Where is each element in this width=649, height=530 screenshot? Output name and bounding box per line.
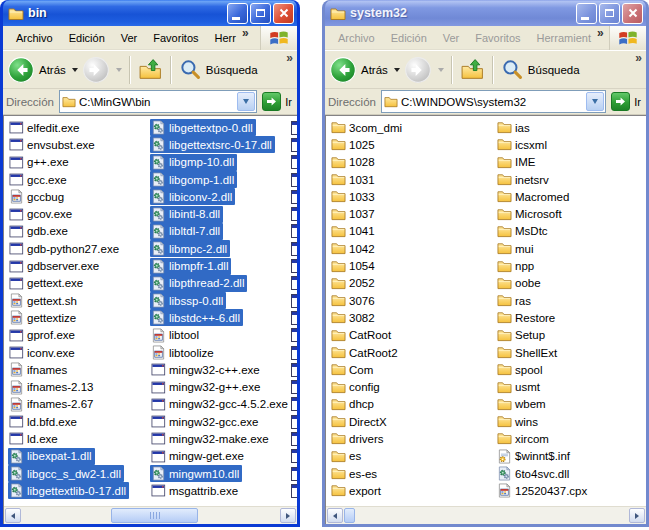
file-item[interactable]: gcov.exe (8, 205, 150, 222)
file-item[interactable]: mingw32-g++.exe (150, 378, 290, 395)
close-button[interactable] (622, 3, 643, 24)
menu-ver[interactable]: Ver (435, 32, 468, 44)
horizontal-scrollbar[interactable] (4, 506, 297, 524)
file-item[interactable]: libtool (150, 327, 290, 344)
file-item[interactable]: libexpat-1.dll (8, 448, 150, 465)
clipped-file-icon[interactable] (291, 223, 297, 240)
file-item[interactable]: 1028 (330, 154, 496, 171)
file-item[interactable]: libintl-8.dll (150, 205, 290, 222)
clipped-file-icon[interactable] (291, 413, 297, 430)
clipped-file-icon[interactable] (291, 465, 297, 482)
file-item[interactable]: libgettextlib-0-17.dll (8, 482, 150, 499)
scroll-left-button[interactable] (327, 508, 343, 523)
clipped-file-icon[interactable] (291, 430, 297, 447)
file-item[interactable]: ifnames (8, 361, 150, 378)
clipped-file-icon[interactable] (291, 396, 297, 413)
menu-favoritos[interactable]: Favoritos (467, 32, 528, 44)
menu-edicion[interactable]: Edición (383, 32, 435, 44)
titlebar[interactable]: system32 (325, 0, 646, 26)
file-item[interactable]: 1041 (330, 223, 496, 240)
minimize-button[interactable] (576, 3, 597, 24)
file-item[interactable]: inetsrv (496, 171, 646, 188)
file-item[interactable]: msgattrib.exe (150, 482, 290, 499)
menu-edicion[interactable]: Edición (61, 32, 113, 44)
file-item[interactable]: es (330, 448, 496, 465)
clipped-file-icon[interactable] (291, 119, 297, 136)
file-item[interactable]: envsubst.exe (8, 136, 150, 153)
file-item[interactable]: gcc.exe (8, 171, 150, 188)
file-item[interactable]: mui (496, 240, 646, 257)
file-item[interactable]: 1042 (330, 240, 496, 257)
file-item[interactable]: npp (496, 257, 646, 274)
clipped-file-icon[interactable] (291, 309, 297, 326)
up-button[interactable] (460, 57, 485, 82)
file-item[interactable]: icsxml (496, 136, 646, 153)
file-item[interactable]: libgcc_s_dw2-1.dll (8, 465, 150, 482)
maximize-button[interactable] (599, 3, 620, 24)
file-item[interactable]: 12520437.cpx (496, 482, 646, 499)
search-button[interactable]: Búsqueda (501, 58, 580, 81)
file-item[interactable]: 1033 (330, 188, 496, 205)
file-item[interactable]: es-es (330, 465, 496, 482)
clipped-file-icon[interactable] (291, 482, 297, 499)
toolbar-overflow-chevron[interactable]: » (635, 51, 642, 65)
back-button[interactable]: Atrás (7, 56, 78, 84)
scrollbar-thumb[interactable] (111, 508, 198, 523)
clipped-file-icon[interactable] (291, 275, 297, 292)
forward-button[interactable] (82, 56, 122, 84)
scroll-left-button[interactable] (5, 508, 21, 523)
file-item[interactable]: IME (496, 154, 646, 171)
file-item[interactable]: ld.bfd.exe (8, 413, 150, 430)
file-item[interactable]: gdbserver.exe (8, 257, 150, 274)
file-item[interactable]: libssp-0.dll (150, 292, 290, 309)
file-item[interactable]: mingw32-gcc.exe (150, 413, 290, 430)
address-dropdown-button[interactable] (237, 92, 255, 111)
file-item[interactable]: MsDtc (496, 223, 646, 240)
clipped-file-icon[interactable] (291, 240, 297, 257)
file-item[interactable]: gettext.sh (8, 292, 150, 309)
clipped-file-icon[interactable] (291, 344, 297, 361)
search-button[interactable]: Búsqueda (179, 58, 258, 81)
address-input[interactable]: C:\MinGW\bin (59, 90, 257, 113)
clipped-file-icon[interactable] (291, 378, 297, 395)
clipped-file-icon[interactable] (291, 171, 297, 188)
file-item[interactable]: mingw-get.exe (150, 448, 290, 465)
clipped-file-icon[interactable] (291, 136, 297, 153)
menu-herramientas[interactable]: Herramient (529, 32, 599, 44)
menu-overflow-chevron[interactable]: » (242, 26, 249, 40)
file-item[interactable]: gprof.exe (8, 327, 150, 344)
back-dropdown-caret[interactable] (72, 68, 78, 72)
clipped-file-icon[interactable] (291, 154, 297, 171)
file-item[interactable]: 1031 (330, 171, 496, 188)
clipped-file-icon[interactable] (291, 205, 297, 222)
close-button[interactable] (273, 3, 294, 24)
clipped-file-icon[interactable] (291, 188, 297, 205)
forward-button[interactable] (404, 56, 444, 84)
menu-archivo[interactable]: Archivo (8, 32, 61, 44)
file-item[interactable]: 3076 (330, 292, 496, 309)
file-item[interactable]: gdb-python27.exe (8, 240, 150, 257)
file-item[interactable]: libmpc-2.dll (150, 240, 290, 257)
file-item[interactable]: libgettextpo-0.dll (150, 119, 290, 136)
file-item[interactable]: 2052 (330, 275, 496, 292)
menu-overflow-chevron[interactable]: » (597, 26, 604, 40)
back-dropdown-caret[interactable] (394, 68, 400, 72)
file-item[interactable]: 1037 (330, 205, 496, 222)
clipped-file-icon[interactable] (291, 292, 297, 309)
address-input[interactable]: C:\WINDOWS\system32 (381, 90, 606, 113)
clipped-file-icon[interactable] (291, 257, 297, 274)
file-item[interactable]: Microsoft (496, 205, 646, 222)
file-item[interactable]: ld.exe (8, 430, 150, 447)
file-item[interactable]: Setup (496, 327, 646, 344)
file-item[interactable]: oobe (496, 275, 646, 292)
address-dropdown-button[interactable] (586, 92, 604, 111)
file-item[interactable]: 3082 (330, 309, 496, 326)
file-item[interactable]: mingw32-c++.exe (150, 361, 290, 378)
file-item[interactable]: libgomp-1.dll (150, 171, 290, 188)
up-button[interactable] (138, 57, 163, 82)
file-item[interactable]: export (330, 482, 496, 499)
file-item[interactable]: CatRoot2 (330, 344, 496, 361)
file-item[interactable]: elfedit.exe (8, 119, 150, 136)
file-item[interactable]: DirectX (330, 413, 496, 430)
clipped-file-icon[interactable] (291, 361, 297, 378)
